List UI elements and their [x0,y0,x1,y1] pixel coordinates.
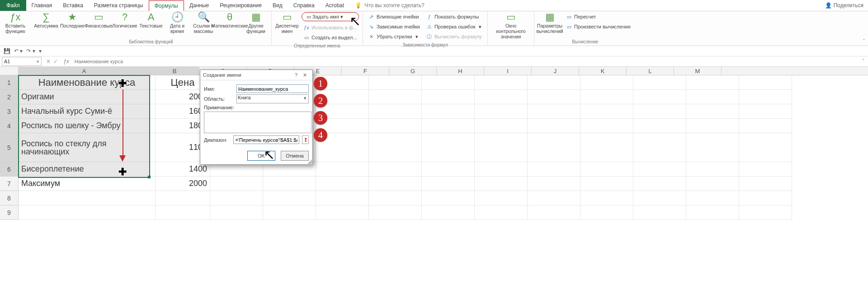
cell[interactable] [316,191,369,205]
cell[interactable] [528,191,580,205]
cell[interactable] [580,75,633,90]
cell[interactable] [475,104,528,119]
cell[interactable] [475,90,528,104]
cell[interactable]: Максимум [19,177,156,191]
name-field-input[interactable] [236,84,309,93]
cell[interactable] [686,162,739,177]
cell[interactable] [739,133,792,162]
cell[interactable] [316,205,369,220]
cell[interactable] [422,191,475,205]
evaluate-formula-button[interactable]: ⓘВычислить формулу [425,32,484,41]
cell[interactable]: Начальный курс Суми-ё [19,104,156,119]
cell[interactable]: Наименование курса [19,75,156,90]
cell[interactable] [475,191,528,205]
watch-window-button[interactable]: ▭Окно контрольного значения [491,11,531,39]
share-button[interactable]: 👤 Поделиться [825,0,863,11]
row-header[interactable]: 5 [0,133,19,162]
cell[interactable] [528,205,580,220]
autosum-button[interactable]: ∑Автосумма [33,11,59,28]
name-manager-button[interactable]: ▭Диспетчер имен [274,11,300,34]
col-header-L[interactable]: L [627,67,674,75]
cell[interactable] [369,104,422,119]
cell[interactable] [580,119,633,133]
cell[interactable] [210,205,263,220]
tab-home[interactable]: Главная [26,0,58,11]
cell[interactable] [580,90,633,104]
text-button[interactable]: AТекстовые [138,11,164,28]
logical-button[interactable]: ?Логические [112,11,137,28]
error-check-button[interactable]: ⚠Проверка ошибок ▾ [425,22,484,31]
cell[interactable] [528,104,580,119]
cell[interactable] [475,205,528,220]
tab-view[interactable]: Вид [267,0,288,11]
cell[interactable] [739,162,792,177]
cell[interactable] [633,191,686,205]
undo-button[interactable]: ↶ ▾ [14,48,23,54]
cell[interactable] [422,162,475,177]
tab-layout[interactable]: Разметка страницы [89,0,149,11]
col-header-F[interactable]: F [342,67,389,75]
cell[interactable] [369,133,422,162]
cell[interactable] [422,177,475,191]
col-header-K[interactable]: K [579,67,627,75]
cell[interactable] [633,90,686,104]
cell[interactable] [580,133,633,162]
more-functions-button[interactable]: ▦Другие функции [243,11,269,34]
cell[interactable] [422,104,475,119]
cell[interactable] [686,104,739,119]
cell[interactable] [422,119,475,133]
cell[interactable] [263,205,316,220]
cell[interactable] [686,90,739,104]
tell-me[interactable]: 💡 Что вы хотите сделать? [355,0,425,11]
cell[interactable] [686,205,739,220]
tab-file[interactable]: Файл [0,0,26,11]
accept-entry-button[interactable]: ✓ [53,58,58,65]
cell[interactable] [580,205,633,220]
cell[interactable] [739,119,792,133]
tab-formulas[interactable]: Формулы [149,0,184,11]
cell[interactable] [422,205,475,220]
financial-button[interactable]: ▭Финансовые [86,11,111,28]
cell[interactable] [19,205,156,220]
row-header[interactable]: 9 [0,205,19,220]
remove-arrows-button[interactable]: ✕Убрать стрелки ▾ [367,32,422,41]
lookup-button[interactable]: 🔍Ссылки и массивы [191,11,216,34]
datetime-button[interactable]: 🕘Дата и время [165,11,190,34]
collapse-ribbon-button[interactable]: ˄ [863,38,865,45]
cell[interactable] [633,133,686,162]
cell[interactable] [739,104,792,119]
cell[interactable] [739,177,792,191]
dialog-help-button[interactable]: ? [292,72,300,78]
tab-acrobat[interactable]: Acrobat [320,0,349,11]
cell[interactable] [528,75,580,90]
cell[interactable] [633,205,686,220]
fx-icon[interactable]: ƒx [61,58,72,65]
cell[interactable] [369,90,422,104]
cell[interactable] [633,177,686,191]
cell[interactable] [739,75,792,90]
cell[interactable] [422,133,475,162]
formula-input[interactable]: Наименование курса [72,59,859,64]
cell[interactable] [369,162,422,177]
cell[interactable] [686,177,739,191]
cell[interactable] [263,177,316,191]
cell[interactable] [686,191,739,205]
cell[interactable] [369,205,422,220]
cell[interactable] [19,191,156,205]
calc-sheet-button[interactable]: ▭Произвести вычисления [564,22,632,31]
cell[interactable] [528,90,580,104]
cell[interactable] [633,162,686,177]
cell[interactable] [528,177,580,191]
cell[interactable] [369,177,422,191]
tab-help[interactable]: Справка [288,0,320,11]
tab-data[interactable]: Данные [184,0,214,11]
create-from-selection-button[interactable]: ▭Создать из выдел... [302,33,359,42]
math-button[interactable]: θМатематические [217,11,242,28]
cell[interactable] [369,119,422,133]
save-icon[interactable]: 💾 [4,48,10,54]
cell[interactable]: Оригами [19,90,156,104]
cell[interactable] [580,191,633,205]
cell[interactable] [475,75,528,90]
row-header[interactable]: 8 [0,191,19,205]
cell[interactable] [580,177,633,191]
